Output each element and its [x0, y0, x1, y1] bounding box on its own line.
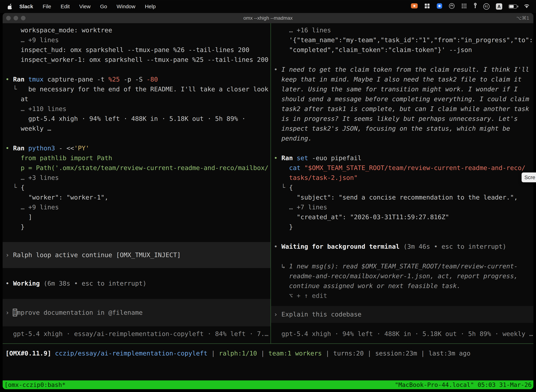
terminal-line: ⌥ + ↑ edit — [274, 291, 533, 301]
menubar-status-icons: 61 A — [411, 3, 530, 10]
prompt-box-right[interactable]: › Explain this codebase — [271, 306, 533, 323]
window-grid-icon[interactable] — [424, 3, 430, 10]
terminal-line: p = Path('.omx/state/team/review-current… — [5, 163, 270, 173]
prompt-line-right: › Explain this codebase — [274, 309, 533, 319]
terminal-line: … +9 lines — [5, 35, 270, 45]
terminal-line — [5, 65, 270, 75]
terminal-line: readme-and-reco/mailbox/worker-1.json, a… — [274, 271, 533, 281]
menu-view[interactable]: View — [79, 4, 90, 9]
terminal-line: "created_at": "2026-03-31T11:59:27.816Z" — [274, 212, 533, 222]
terminal-line: weekly … — [5, 124, 270, 134]
terminal-line: workspace_mode: worktree — [5, 25, 270, 35]
terminal-line: is in progress? It seems likely but perh… — [274, 114, 533, 124]
terminal-line: └ be necessary for the end of the README… — [5, 84, 270, 94]
terminal-line: "completed","claim_token":"claim-token"}… — [274, 45, 533, 55]
window-shortcut: ⌥⌘1 — [516, 15, 529, 21]
inject-line: › Ralph loop active continue [OMX_TMUX_I… — [5, 250, 270, 260]
terminal-line: } — [274, 222, 533, 232]
terminal-line — [274, 55, 533, 65]
terminal-line: continue assigned work or next feasible … — [274, 281, 533, 291]
terminal-line — [274, 143, 533, 153]
terminal-line: ↳ 1 new msg(s): read $OMX_TEAM_STATE_ROO… — [274, 261, 533, 271]
menu-edit[interactable]: Edit — [61, 4, 70, 9]
terminal-line: • Ran set -euo pipefail — [274, 153, 533, 163]
terminal-line: at — [5, 94, 270, 104]
app-launcher-icon[interactable] — [461, 3, 467, 10]
key-icon[interactable] — [474, 3, 477, 10]
screen-recording-icon[interactable] — [411, 3, 418, 10]
macos-menubar: Slack File Edit View Go Window Help — [0, 0, 536, 13]
terminal-line: '{"team_name":"my-team","task_id":"1","f… — [274, 35, 533, 45]
terminal-line: ] — [5, 212, 270, 222]
terminal-line: … +9 lines — [5, 202, 270, 212]
prompt-chevron: › — [5, 309, 13, 316]
zoom-button[interactable] — [21, 16, 25, 20]
input-source-icon[interactable]: A — [496, 3, 502, 10]
terminal-line: … +16 lines — [274, 25, 533, 35]
terminal-line: inspect_worker-1: omx sparkshell --tmux-… — [5, 55, 270, 65]
tmux-panes: workspace_mode: worktree … +9 lines insp… — [3, 23, 533, 343]
model-status-right: gpt-5.4 xhigh · 94% left · 488K in · 5.1… — [274, 329, 533, 339]
terminal-line: inspect_hud: omx sparkshell --tmux-pane … — [5, 45, 270, 55]
window-titlebar[interactable]: omx --xhigh --madmax ⌥⌘1 — [3, 13, 533, 23]
prompt-placeholder: mprove documentation in @filename — [17, 309, 143, 316]
terminal-line: } — [5, 222, 270, 232]
inject-banner: › Ralph loop active continue [OMX_TMUX_I… — [3, 242, 270, 268]
minimize-button[interactable] — [14, 16, 18, 20]
terminal-line — [5, 134, 270, 143]
omx-hud-statusline: [OMX#0.11.9] cczip/essay/ai-reimplementa… — [3, 344, 533, 358]
screenshot-toast[interactable]: Scre — [522, 173, 536, 182]
model-status-left: gpt-5.4 xhigh · essay/ai-reimplementatio… — [5, 329, 270, 339]
terminal-line: pending. — [274, 134, 533, 143]
battery-gauge-value: 61 — [485, 5, 488, 8]
terminal-window: omx --xhigh --madmax ⌥⌘1 workspace_mode:… — [3, 13, 533, 389]
terminal-line: should send a message before completing … — [274, 94, 533, 104]
terminal-line: from pathlib import Path — [5, 153, 270, 163]
desktop: Slack File Edit View Go Window Help — [0, 0, 536, 392]
terminal-line: later. Using the same for transition mig… — [274, 84, 533, 94]
terminal-line — [274, 232, 533, 242]
tmux-status-bar: [omx-cczip0:bash* "MacBook-Pro-44.local"… — [3, 380, 533, 389]
terminal-line: "worker": "worker-1", — [5, 192, 270, 202]
battery-fill — [509, 5, 514, 8]
tmux-pane-right[interactable]: … +16 lines '{"team_name":"my-team","tas… — [271, 23, 533, 343]
menu-go[interactable]: Go — [100, 4, 107, 9]
terminal-line: task2 after task1 is complete, but can I… — [274, 104, 533, 114]
terminal-line: "subject": "send a concise recommendatio… — [274, 192, 533, 202]
terminal-line: └ { — [5, 183, 270, 192]
text-cursor: I — [13, 309, 17, 316]
tmux-session-label: [omx-cczip0:bash* — [5, 380, 66, 389]
input-source-letter: A — [498, 4, 501, 9]
window-title: omx --xhigh --madmax — [3, 15, 533, 21]
terminal-line: • Ran python3 - <<'PY' — [5, 143, 270, 153]
terminal-line: • Waiting for background terminal (3m 46… — [274, 242, 533, 252]
tmux-host-clock: "MacBook-Pro-44.local" 05:03 31-Mar-26 — [395, 380, 531, 389]
terminal-line: inspect task2's JSON, focusing on the st… — [274, 124, 533, 134]
prompt-line-left: › Improve documentation in @filename — [5, 308, 270, 317]
menu-file[interactable]: File — [43, 4, 51, 9]
menu-help[interactable]: Help — [145, 4, 156, 9]
working-status: • Working (6m 38s • esc to interrupt) — [5, 279, 270, 288]
active-app-name[interactable]: Slack — [19, 4, 33, 9]
terminal-line: • Ran tmux capture-pane -t %25 -p -S -80 — [5, 75, 270, 84]
apple-menu-icon[interactable] — [8, 4, 13, 9]
terminal-line: … +3 lines — [5, 173, 270, 183]
terminal-line: • I need to get the claim token from the… — [274, 65, 533, 75]
terminal-line: … +7 lines — [274, 202, 533, 212]
close-button[interactable] — [6, 16, 11, 20]
assistant-icon[interactable] — [449, 3, 455, 10]
menu-window[interactable]: Window — [117, 4, 135, 9]
traffic-lights — [6, 16, 25, 20]
terminal-line: tasks/task-2.json" — [274, 173, 533, 183]
wifi-icon[interactable] — [523, 3, 530, 10]
blue-app-icon[interactable] — [436, 3, 442, 10]
terminal-line: gpt-5.4 xhigh · 94% left · 488K in · 5.1… — [5, 114, 270, 124]
terminal-line — [274, 252, 533, 261]
tmux-pane-left[interactable]: workspace_mode: worktree … +9 lines insp… — [3, 23, 270, 343]
menu-items: File Edit View Go Window Help — [43, 4, 156, 9]
prompt-box-left[interactable]: › Improve documentation in @filename — [3, 299, 270, 326]
battery-icon[interactable] — [509, 5, 517, 9]
screenshot-toast-label: Scre — [524, 174, 535, 180]
battery-gauge-icon[interactable]: 61 — [483, 3, 490, 10]
terminal-line: keep that in mind. Maybe I also need the… — [274, 75, 533, 84]
